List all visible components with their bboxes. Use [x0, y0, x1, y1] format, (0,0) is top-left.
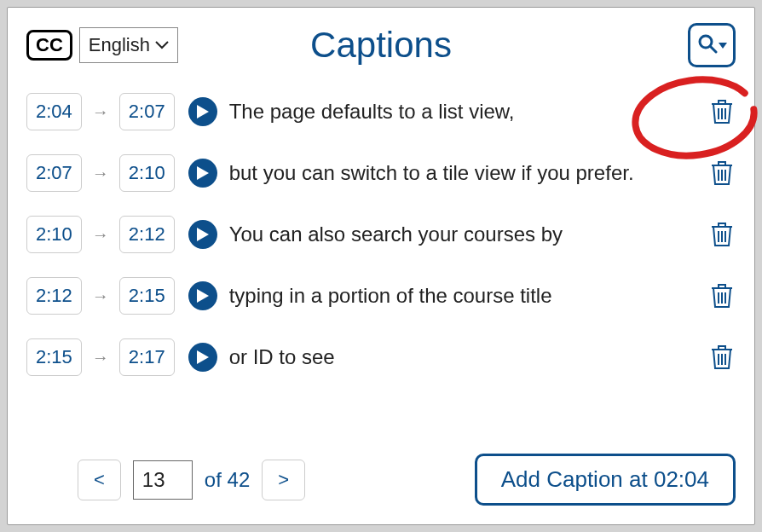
language-label: English: [89, 34, 150, 56]
end-time-input[interactable]: 2:17: [119, 338, 175, 376]
captions-panel: CC English Captions 2:04 → 2:07 The page: [7, 7, 755, 525]
end-time-input[interactable]: 2:10: [119, 154, 175, 192]
delete-button[interactable]: [710, 220, 736, 249]
start-time-input[interactable]: 2:12: [26, 277, 82, 315]
play-button[interactable]: [188, 220, 217, 249]
end-time-input[interactable]: 2:07: [119, 93, 175, 130]
search-icon: [697, 33, 718, 57]
arrow-right-icon: →: [90, 286, 111, 306]
chevron-down-icon: [155, 38, 169, 53]
caption-text[interactable]: but you can switch to a tile view if you…: [226, 160, 701, 186]
footer-row: < of 42 > Add Caption at 02:04: [26, 442, 736, 509]
arrow-right-icon: →: [90, 348, 111, 367]
trash-icon: [710, 343, 734, 370]
search-button[interactable]: [688, 23, 736, 67]
start-time-input[interactable]: 2:10: [26, 216, 82, 253]
trash-icon: [710, 97, 734, 124]
play-icon: [197, 228, 209, 241]
caption-row: 2:15 → 2:17 or ID to see: [26, 327, 736, 388]
end-time-input[interactable]: 2:15: [119, 277, 175, 315]
play-button[interactable]: [188, 97, 217, 126]
arrow-right-icon: →: [90, 164, 111, 183]
next-page-button[interactable]: >: [262, 460, 305, 500]
end-time-input[interactable]: 2:12: [119, 216, 175, 253]
play-icon: [197, 166, 209, 180]
caption-text[interactable]: or ID to see: [226, 344, 701, 370]
play-icon: [197, 105, 209, 119]
caption-row: 2:04 → 2:07 The page defaults to a list …: [26, 81, 736, 142]
prev-page-button[interactable]: <: [78, 460, 121, 500]
caption-text[interactable]: You can also search your courses by: [226, 222, 701, 247]
start-time-input[interactable]: 2:15: [26, 338, 82, 376]
play-button[interactable]: [188, 343, 217, 372]
page-title: Captions: [310, 25, 452, 66]
language-select[interactable]: English: [79, 27, 178, 63]
arrow-right-icon: →: [90, 102, 111, 122]
delete-button[interactable]: [710, 343, 736, 372]
play-icon: [197, 289, 209, 303]
caret-down-icon: [719, 38, 727, 53]
page-number-input[interactable]: [133, 460, 193, 500]
arrow-right-icon: →: [90, 225, 111, 245]
caption-list: 2:04 → 2:07 The page defaults to a list …: [26, 81, 736, 442]
caption-row: 2:07 → 2:10 but you can switch to a tile…: [26, 142, 736, 204]
trash-icon: [710, 281, 734, 309]
svg-line-2: [710, 46, 716, 52]
delete-button[interactable]: [710, 281, 736, 310]
start-time-input[interactable]: 2:04: [26, 93, 82, 130]
caption-row: 2:10 → 2:12 You can also search your cou…: [26, 204, 736, 265]
caption-text[interactable]: typing in a portion of the course title: [226, 283, 701, 309]
cc-badge: CC: [26, 30, 72, 61]
play-button[interactable]: [188, 159, 217, 188]
page-total-label: of 42: [205, 468, 250, 492]
play-button[interactable]: [188, 281, 217, 310]
caption-row: 2:12 → 2:15 typing in a portion of the c…: [26, 265, 736, 327]
delete-button[interactable]: [710, 159, 736, 188]
trash-icon: [710, 220, 734, 247]
header-row: CC English Captions: [26, 23, 736, 67]
start-time-input[interactable]: 2:07: [26, 154, 82, 192]
play-icon: [197, 350, 209, 364]
add-caption-button[interactable]: Add Caption at 02:04: [475, 454, 736, 506]
delete-button[interactable]: [710, 97, 736, 126]
caption-text[interactable]: The page defaults to a list view,: [226, 99, 701, 124]
trash-icon: [710, 159, 734, 186]
